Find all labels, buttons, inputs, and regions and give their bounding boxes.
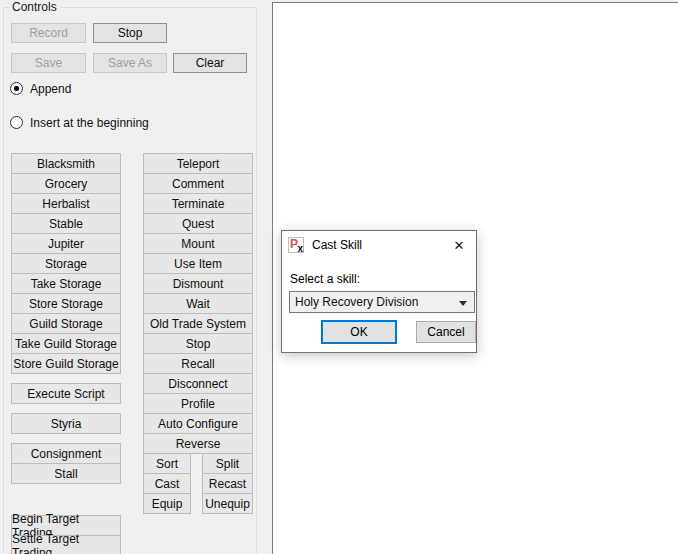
button-teleport[interactable]: Teleport [143, 153, 253, 174]
left-action-column: Blacksmith Grocery Herbalist Stable Jupi… [11, 153, 121, 374]
button-unequip[interactable]: Unequip [202, 493, 253, 514]
button-execute-script[interactable]: Execute Script [11, 383, 121, 404]
save-as-button[interactable]: Save As [93, 53, 167, 73]
right-action-column: Teleport Comment Terminate Quest Mount U… [143, 153, 253, 454]
clear-button[interactable]: Clear [173, 53, 247, 73]
select-skill-label: Select a skill: [290, 272, 360, 286]
record-button[interactable]: Record [11, 23, 86, 43]
button-split[interactable]: Split [202, 453, 253, 474]
radio-append[interactable]: Append [10, 81, 71, 96]
radio-append-label: Append [30, 82, 71, 96]
button-old-trade-system[interactable]: Old Trade System [143, 313, 253, 334]
radio-unselected-icon [10, 116, 23, 129]
stop-recording-button[interactable]: Stop [93, 23, 167, 43]
dialog-titlebar[interactable]: P x Cast Skill ✕ [282, 231, 476, 259]
button-quest[interactable]: Quest [143, 213, 253, 234]
button-store-guild-storage[interactable]: Store Guild Storage [11, 353, 121, 374]
button-auto-configure[interactable]: Auto Configure [143, 413, 253, 434]
button-sort[interactable]: Sort [143, 453, 191, 474]
button-take-guild-storage[interactable]: Take Guild Storage [11, 333, 121, 354]
target-trading-group: Begin Target Trading Settle Target Tradi… [11, 515, 121, 554]
button-wait[interactable]: Wait [143, 293, 253, 314]
save-button[interactable]: Save [11, 53, 86, 73]
radio-selected-icon [10, 82, 23, 95]
dialog-title: Cast Skill [312, 238, 362, 252]
button-disconnect[interactable]: Disconnect [143, 373, 253, 394]
button-dismount[interactable]: Dismount [143, 273, 253, 294]
app-icon: P x [288, 237, 304, 253]
groupbox-title: Controls [9, 0, 60, 14]
button-stall[interactable]: Stall [11, 463, 121, 484]
close-icon: ✕ [454, 238, 465, 253]
button-consignment[interactable]: Consignment [11, 443, 121, 464]
button-blacksmith[interactable]: Blacksmith [11, 153, 121, 174]
button-recall[interactable]: Recall [143, 353, 253, 374]
button-profile[interactable]: Profile [143, 393, 253, 414]
grid-left-cells: Sort Cast Equip [143, 453, 191, 514]
grid-right-cells: Split Recast Unequip [202, 453, 253, 514]
button-reverse[interactable]: Reverse [143, 433, 253, 454]
radio-insert-label: Insert at the beginning [30, 116, 149, 130]
button-recast[interactable]: Recast [202, 473, 253, 494]
button-terminate[interactable]: Terminate [143, 193, 253, 214]
button-store-storage[interactable]: Store Storage [11, 293, 121, 314]
button-stable[interactable]: Stable [11, 213, 121, 234]
button-comment[interactable]: Comment [143, 173, 253, 194]
macro-controls-window: Controls Record Stop Save Save As Clear … [0, 0, 678, 554]
cast-skill-dialog: P x Cast Skill ✕ Select a skill: Holy Re… [281, 230, 477, 353]
button-stop-action[interactable]: Stop [143, 333, 253, 354]
button-equip[interactable]: Equip [143, 493, 191, 514]
button-take-storage[interactable]: Take Storage [11, 273, 121, 294]
button-jupiter[interactable]: Jupiter [11, 233, 121, 254]
combobox-value: Holy Recovery Division [295, 295, 418, 309]
button-herbalist[interactable]: Herbalist [11, 193, 121, 214]
skill-combobox[interactable]: Holy Recovery Division [289, 291, 475, 313]
consignment-stall-group: Consignment Stall [11, 443, 121, 484]
cancel-button[interactable]: Cancel [416, 321, 476, 343]
button-guild-storage[interactable]: Guild Storage [11, 313, 121, 334]
button-mount[interactable]: Mount [143, 233, 253, 254]
ok-button[interactable]: OK [321, 320, 397, 344]
button-styria[interactable]: Styria [11, 413, 121, 434]
button-grocery[interactable]: Grocery [11, 173, 121, 194]
button-cast[interactable]: Cast [143, 473, 191, 494]
close-button[interactable]: ✕ [442, 231, 476, 259]
button-settle-target-trading[interactable]: Settle Target Trading [11, 535, 121, 554]
radio-insert-at-beginning[interactable]: Insert at the beginning [10, 115, 149, 130]
button-storage[interactable]: Storage [11, 253, 121, 274]
button-use-item[interactable]: Use Item [143, 253, 253, 274]
dropdown-arrow-icon [459, 301, 467, 306]
